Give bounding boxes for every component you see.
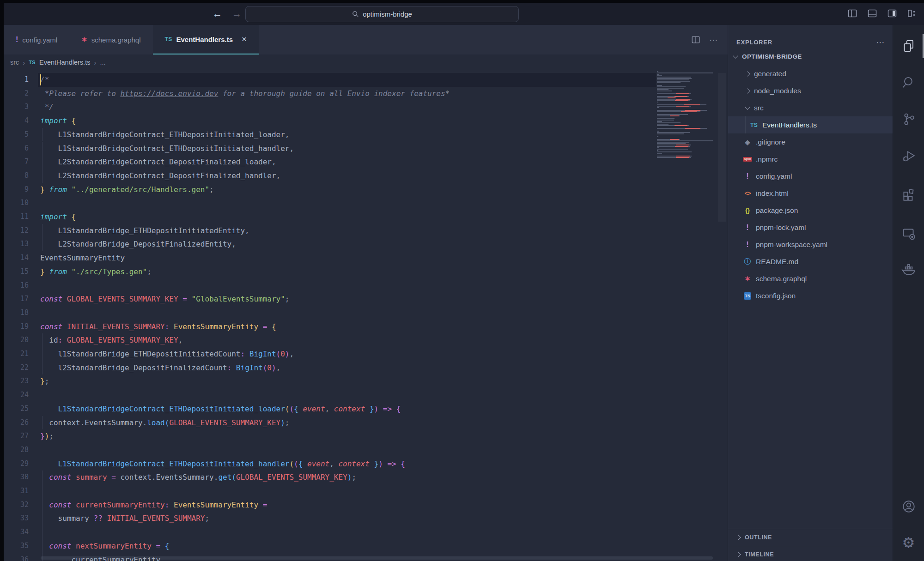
yaml-warning-icon: ! [746,241,748,249]
code-line[interactable]: 12 L1StandardBridge_ETHDepositInitiatedE… [4,224,656,238]
code-text: /* [40,73,49,87]
tree-item-config.yaml[interactable]: !config.yaml [728,168,893,185]
code-line[interactable]: 1/* [4,73,656,87]
code-line[interactable]: 24 [4,388,656,402]
code-editor[interactable]: 1/*2 *Please refer to https://docs.envio… [4,70,728,561]
code-line[interactable]: 16 [4,279,656,293]
line-number: 21 [4,347,29,361]
code-line[interactable]: 19const INITIAL_EVENTS_SUMMARY: EventsSu… [4,320,656,334]
tree-item-tsconfig.json[interactable]: TStsconfig.json [728,287,893,304]
breadcrumb-item[interactable]: EventHandlers.ts [39,59,90,66]
code-line[interactable]: 2 *Please refer to https://docs.envio.de… [4,87,656,101]
code-line[interactable]: 21 l1StandardBridge_ETHDepositInitiatedC… [4,347,656,361]
tree-item-OPTIMISM-BRIDGE[interactable]: OPTIMISM-BRIDGE [728,48,893,65]
code-line[interactable]: 31 [4,484,656,498]
code-line[interactable]: 27}); [4,429,656,443]
line-number: 25 [4,402,29,416]
tree-item-.npmrc[interactable]: npm.npmrc [728,151,893,168]
code-line[interactable]: 14EventsSummaryEntity [4,251,656,265]
line-number: 15 [4,265,29,279]
code-line[interactable]: 9} from "../generated/src/Handlers.gen"; [4,183,656,197]
run-debug-icon[interactable] [901,148,917,163]
code-line[interactable]: 15} from "./src/Types.gen"; [4,265,656,279]
tree-indent-guide [745,116,746,133]
account-icon[interactable] [901,499,917,514]
code-line[interactable]: 22 l2StandardBridge_DepositFinalizedCoun… [4,361,656,375]
vertical-scrollbar[interactable] [718,73,726,222]
tree-item-pnpm-workspace.yaml[interactable]: !pnpm-workspace.yaml [728,236,893,253]
tab-EventHandlers.ts[interactable]: TSEventHandlers.ts× [153,25,259,54]
code-line[interactable]: 33 summary ?? INITIAL_EVENTS_SUMMARY; [4,512,656,525]
navigate-back-icon[interactable]: ← [213,8,222,20]
code-line[interactable]: 3 */ [4,100,656,114]
navigate-forward-icon[interactable]: → [232,8,242,20]
tree-item-label: generated [754,70,786,78]
tab-schema.graphql[interactable]: ✶schema.graphql [69,25,152,54]
tree-item-generated[interactable]: generated [728,65,893,82]
code-line[interactable]: 17const GLOBAL_EVENTS_SUMMARY_KEY = "Glo… [4,292,656,306]
code-line[interactable]: 13 L2StandardBridge_DepositFinalizedEnti… [4,237,656,251]
tree-item-README.md[interactable]: ⓘREADME.md [728,253,893,270]
tree-item-node_modules[interactable]: node_modules [728,82,893,99]
tree-item-label: schema.graphql [756,275,807,283]
code-line[interactable]: 7 L2StandardBridgeContract_DepositFinali… [4,155,656,169]
tree-item-label: package.json [756,206,798,215]
timeline-section-header[interactable]: TIMELINE [728,546,893,561]
tree-item-EventHandlers.ts[interactable]: TSEventHandlers.ts [728,116,893,133]
breadcrumb-item[interactable]: ... [100,59,105,66]
extensions-icon[interactable] [901,187,917,202]
code-line[interactable]: 26 context.EventsSummary.load(GLOBAL_EVE… [4,416,656,430]
explorer-more-actions-icon[interactable]: ⋯ [876,37,885,48]
code-line[interactable]: 35 const nextSummaryEntity = { [4,539,656,553]
active-view-indicator [923,34,924,58]
code-line[interactable]: 10 [4,196,656,210]
toggle-primary-sidebar-icon[interactable] [847,8,858,19]
docker-icon[interactable] [901,261,917,277]
line-number: 2 [4,87,29,101]
code-line[interactable]: 8 L2StandardBridgeContract_DepositFinali… [4,169,656,183]
search-icon[interactable] [901,74,917,90]
source-control-icon[interactable] [901,111,917,127]
settings-gear-icon[interactable]: ⚙ [902,535,915,550]
code-line[interactable]: 30 const summary = context.EventsSummary… [4,471,656,484]
toggle-secondary-sidebar-icon[interactable] [887,8,898,19]
indent-guide [42,525,43,539]
code-line[interactable]: 23}; [4,374,656,388]
horizontal-scrollbar[interactable] [41,556,713,560]
tree-item-src[interactable]: src [728,99,893,116]
code-line[interactable]: 6 L1StandardBridgeContract_ETHDepositIni… [4,142,656,156]
code-line[interactable]: 20 id: GLOBAL_EVENTS_SUMMARY_KEY, [4,333,656,347]
code-line[interactable]: 5 L1StandardBridgeContract_ETHDepositIni… [4,128,656,142]
code-text: l2StandardBridge_DepositFinalizedCount: … [40,361,280,375]
more-actions-icon[interactable]: ⋯ [709,35,718,45]
code-text: const currentSummaryEntity: EventsSummar… [40,498,267,512]
code-line[interactable]: 25 L1StandardBridgeContract_ETHDepositIn… [4,402,656,416]
explorer-icon[interactable] [901,38,917,54]
split-editor-icon[interactable] [691,35,701,45]
tab-label: EventHandlers.ts [176,36,233,43]
breadcrumb-item[interactable]: src [10,59,19,66]
code-line[interactable]: 18 [4,306,656,320]
command-center-search[interactable]: optimism-bridge [245,6,519,22]
code-text: const INITIAL_EVENTS_SUMMARY: EventsSumm… [40,320,276,334]
code-text: L1StandardBridgeContract_ETHDepositIniti… [40,142,294,156]
breadcrumb-separator: › [23,59,25,66]
code-line[interactable]: 32 const currentSummaryEntity: EventsSum… [4,498,656,512]
tree-item-pnpm-lock.yaml[interactable]: !pnpm-lock.yaml [728,219,893,236]
toggle-panel-icon[interactable] [867,8,878,19]
tree-item-schema.graphql[interactable]: ✶schema.graphql [728,270,893,287]
close-tab-icon[interactable]: × [242,34,247,44]
tree-item-index.html[interactable]: <>index.html [728,185,893,202]
customize-layout-icon[interactable] [906,8,918,19]
code-line[interactable]: 28 [4,443,656,457]
code-line[interactable]: 4import { [4,114,656,128]
minimap[interactable] [656,70,718,163]
outline-section-header[interactable]: OUTLINE [728,529,893,546]
tree-item-package.json[interactable]: {}package.json [728,202,893,219]
code-line[interactable]: 34 [4,525,656,539]
code-line[interactable]: 11import { [4,210,656,224]
code-line[interactable]: 29 L1StandardBridgeContract_ETHDepositIn… [4,457,656,471]
tree-item-.gitignore[interactable]: ◈.gitignore [728,133,893,151]
remote-explorer-icon[interactable] [901,225,917,241]
tab-config.yaml[interactable]: !config.yaml [4,25,69,54]
